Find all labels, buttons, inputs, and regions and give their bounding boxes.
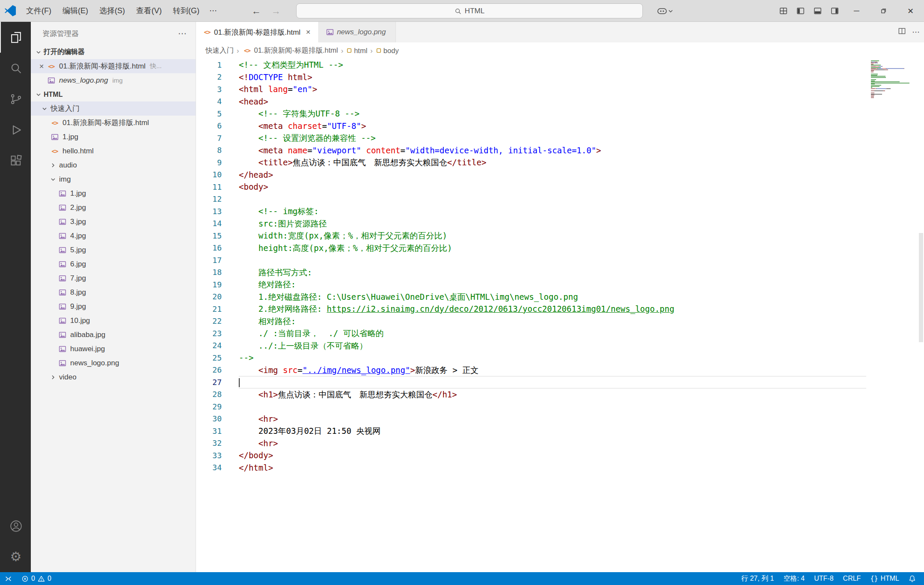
menubar-item[interactable]: 编辑(E) (57, 0, 94, 21)
code-line[interactable]: 29 (196, 400, 924, 413)
toggle-secondary-sidebar-button[interactable] (826, 0, 843, 22)
code-line[interactable]: 13 <!-- img标签: (196, 205, 924, 218)
breadcrumb-item[interactable]: html (346, 47, 367, 55)
code-line[interactable]: 28 <h1>焦点访谈：中国底气 新思想夯实大粮国仓</h1> (196, 388, 924, 401)
file-item[interactable]: 8.jpg (31, 285, 196, 299)
code-line[interactable]: 18 路径书写方式: (196, 266, 924, 279)
file-item[interactable]: 3.jpg (31, 215, 196, 229)
menubar-item[interactable]: 转到(G) (167, 0, 205, 21)
menubar-item[interactable]: 选择(S) (94, 0, 131, 21)
code-line[interactable]: 3<html lang="en"> (196, 83, 924, 96)
folder-item[interactable]: 快速入门 (31, 101, 196, 116)
code-line[interactable]: 6 <meta charset="UTF-8"> (196, 120, 924, 132)
minimize-button[interactable]: ─ (843, 0, 870, 22)
code-line[interactable]: 4<head> (196, 96, 924, 108)
menubar-item[interactable]: 查看(V) (131, 0, 167, 21)
folder-item[interactable]: video (31, 370, 196, 384)
open-editors-header[interactable]: 打开的编辑器 (31, 45, 196, 59)
back-button[interactable]: ← (252, 6, 261, 17)
toggle-primary-sidebar-button[interactable] (792, 0, 809, 22)
code-line[interactable]: 19 绝对路径: (196, 278, 924, 291)
activity-run-debug-button[interactable] (0, 114, 31, 145)
language-mode-indicator[interactable]: {}HTML (865, 572, 904, 585)
file-item[interactable]: alibaba.jpg (31, 328, 196, 342)
code-line[interactable]: 26 <img src="../img/news_logo.png">新浪政务 … (196, 364, 924, 376)
sidebar-more-actions-button[interactable]: ⋯ (178, 28, 187, 39)
code-line[interactable]: 7 <!-- 设置浏览器的兼容性 --> (196, 132, 924, 144)
code-line[interactable]: 16 height:高度(px,像素；%，相对于父元素的百分比) (196, 242, 924, 254)
file-item[interactable]: 7.jpg (31, 271, 196, 285)
breadcrumb-item[interactable]: <>01.新浪新闻-标题排版.html (242, 46, 338, 55)
workspace-header[interactable]: HTML (31, 87, 196, 101)
folder-item[interactable]: img (31, 172, 196, 186)
eol-indicator[interactable]: CRLF (838, 572, 866, 585)
cursor-position-indicator[interactable]: 行 27, 列 1 (737, 572, 778, 585)
file-item[interactable]: news_logo.png (31, 356, 196, 370)
code-line[interactable]: 22 相对路径: (196, 315, 924, 328)
file-item[interactable]: huawei.jpg (31, 342, 196, 356)
customize-layout-button[interactable] (775, 0, 792, 22)
file-item[interactable]: 10.jpg (31, 313, 196, 328)
editor-tab[interactable]: <>01.新浪新闻-标题排版.html✕ (196, 22, 319, 42)
file-item[interactable]: <>hello.html (31, 144, 196, 158)
restore-button[interactable] (870, 0, 897, 22)
file-item[interactable]: <>01.新浪新闻-标题排版.html (31, 116, 196, 130)
code-line[interactable]: 5 <!-- 字符集为UTF-8 --> (196, 107, 924, 120)
menubar-item[interactable]: 文件(F) (21, 0, 57, 21)
code-line[interactable]: 27 (196, 376, 924, 388)
minimap[interactable] (871, 60, 915, 98)
file-item[interactable]: 9.jpg (31, 299, 196, 313)
code-line[interactable]: 1<!-- 文档类型为HTML --> (196, 59, 924, 71)
breadcrumb-item[interactable]: 快速入门 (205, 46, 234, 55)
code-line[interactable]: 12 (196, 193, 924, 206)
code-line[interactable]: 21 2.绝对网络路径: https://i2.sinaimg.cn/dy/de… (196, 303, 924, 315)
code-line[interactable]: 30 <hr> (196, 413, 924, 425)
code-line[interactable]: 2<!DOCTYPE html> (196, 71, 924, 84)
code-line[interactable]: 32 <hr> (196, 437, 924, 450)
account-button[interactable] (0, 510, 31, 541)
code-line[interactable]: 33</body> (196, 449, 924, 462)
breadcrumb-item[interactable]: body (376, 47, 399, 55)
close-icon[interactable]: ✕ (304, 29, 312, 36)
code-line[interactable]: 23 ./ :当前目录， ./ 可以省略的 (196, 327, 924, 340)
code-line[interactable]: 14 src:图片资源路径 (196, 218, 924, 230)
remote-indicator[interactable] (0, 572, 17, 585)
code-line[interactable]: 20 1.绝对磁盘路径: C:\Users\Huawei\OneDrive\桌面… (196, 291, 924, 303)
open-editor-item[interactable]: ✕<>01.新浪新闻-标题排版.html快... (31, 59, 196, 73)
code-line[interactable]: 17 (196, 254, 924, 266)
code-line[interactable]: 25--> (196, 352, 924, 364)
indentation-indicator[interactable]: 空格: 4 (778, 572, 809, 585)
command-center-search[interactable]: HTML (296, 3, 643, 18)
folder-item[interactable]: audio (31, 158, 196, 172)
file-item[interactable]: 1.jpg (31, 130, 196, 144)
menubar-more-button[interactable]: ⋯ (205, 0, 221, 21)
code-line[interactable]: 9 <title>焦点访谈：中国底气 新思想夯实大粮国仓</title> (196, 156, 924, 169)
activity-explorer-button[interactable] (0, 22, 31, 53)
code-line[interactable]: 34</html> (196, 462, 924, 474)
problems-indicator[interactable]: 0 0 (17, 572, 56, 585)
activity-extensions-button[interactable] (0, 145, 31, 176)
code-line[interactable]: 24 ../:上一级目录（不可省略） (196, 340, 924, 352)
file-item[interactable]: 6.jpg (31, 257, 196, 271)
code-editor[interactable]: 1<!-- 文档类型为HTML -->2<!DOCTYPE html>3<htm… (196, 59, 924, 572)
scrollbar-thumb[interactable] (919, 233, 923, 342)
split-editor-button[interactable] (898, 27, 906, 37)
code-line[interactable]: 31 2023年03月02日 21:50 央视网 (196, 425, 924, 437)
code-line[interactable]: 11<body> (196, 181, 924, 193)
forward-button[interactable]: → (271, 6, 281, 17)
encoding-indicator[interactable]: UTF-8 (809, 572, 838, 585)
activity-source-control-button[interactable] (0, 84, 31, 114)
activity-search-button[interactable] (0, 53, 31, 84)
file-item[interactable]: 1.jpg (31, 186, 196, 200)
more-actions-button[interactable]: ⋯ (912, 27, 920, 37)
settings-button[interactable]: ⚙ (0, 541, 31, 572)
code-line[interactable]: 8 <meta name="viewport" content="width=d… (196, 144, 924, 157)
close-window-button[interactable]: ✕ (897, 0, 924, 22)
file-item[interactable]: 4.jpg (31, 229, 196, 243)
close-icon[interactable]: ✕ (37, 63, 46, 70)
copilot-menu-button[interactable] (653, 0, 676, 22)
toggle-panel-button[interactable] (809, 0, 826, 22)
code-line[interactable]: 15 width:宽度(px,像素；%，相对于父元素的百分比) (196, 230, 924, 242)
code-line[interactable]: 10</head> (196, 169, 924, 181)
file-item[interactable]: 5.jpg (31, 243, 196, 257)
